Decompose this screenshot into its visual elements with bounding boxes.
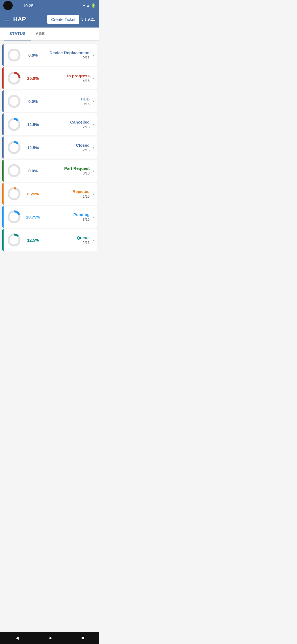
signal-icon: ▲ [86,3,90,8]
percentage-queue: 12.5% [25,238,41,242]
item-info-hub: HUB 0/16 [41,97,91,106]
donut-chart-pending [6,209,22,225]
percentage-pending: 18.75% [25,215,41,219]
list-item-device-replacement[interactable]: 0.0% Device Replacement 0/16 › [2,44,97,66]
item-count-hub: 0/16 [83,102,90,106]
svg-point-9 [9,188,20,199]
chevron-right-icon-part-request: › [92,168,94,174]
donut-chart-cancelled [6,117,22,132]
chevron-right-icon-queue: › [92,237,94,243]
donut-chart-hub [6,94,22,109]
avatar [3,1,13,10]
donut-chart-closed [6,140,22,155]
donut-chart-in-progress [6,70,22,86]
item-title-part-request: Part Request [64,166,90,171]
item-title-queue: Queue [77,235,90,240]
create-ticket-button[interactable]: Create Ticket [47,15,79,24]
tab-age[interactable]: AGE [31,28,50,40]
chevron-right-icon-closed: › [92,145,94,151]
item-title-closed: Closed [76,143,90,148]
status-list: 0.0% Device Replacement 0/16 › 25.0% In … [0,42,99,253]
list-item-hub[interactable]: 0.0% HUB 0/16 › [2,90,97,112]
list-item-queue[interactable]: 12.5% Queue 2/16 › [2,229,97,251]
battery-icon: 🔋 [91,3,96,8]
percentage-device-replacement: 0.0% [25,53,41,58]
donut-chart-queue [6,232,22,248]
item-info-closed: Closed 2/16 [41,143,91,152]
percentage-part-request: 0.0% [25,168,41,173]
item-info-queue: Queue 2/16 [41,235,91,245]
item-count-device-replacement: 0/16 [83,56,90,60]
item-info-part-request: Part Request 0/16 [41,166,91,175]
tab-status[interactable]: STATUS [4,28,31,40]
donut-chart-rejected [6,186,22,201]
item-title-hub: HUB [81,97,90,101]
item-title-device-replacement: Device Replacement [50,50,90,55]
status-time: 10:25 [23,3,34,8]
tab-bar: STATUS AGE [0,28,99,41]
version-label: v 1.9.21 [81,17,95,21]
item-count-pending: 3/16 [83,217,90,222]
top-bar: ☰ HAP Create Ticket v 1.9.21 [0,11,99,28]
item-info-device-replacement: Device Replacement 0/16 [41,50,91,60]
status-bar: 10:25 ▾ ▲ 🔋 [0,0,99,11]
chevron-right-icon-pending: › [92,214,94,220]
percentage-hub: 0.0% [25,99,41,104]
chevron-right-icon-cancelled: › [92,122,94,127]
list-item-pending[interactable]: 18.75% Pending 3/16 › [2,206,97,228]
svg-point-0 [9,50,20,61]
app-title: HAP [13,16,47,23]
item-count-in-progress: 4/16 [83,79,90,83]
list-item-rejected[interactable]: 6.25% Rejected 1/16 › [2,183,97,205]
item-title-in-progress: In progress [67,73,90,78]
percentage-closed: 12.5% [25,145,41,150]
menu-icon[interactable]: ☰ [4,16,9,23]
item-count-queue: 2/16 [83,241,90,245]
chevron-right-icon-hub: › [92,99,94,104]
chevron-right-icon-rejected: › [92,191,94,197]
chevron-right-icon-in-progress: › [92,75,94,81]
item-info-pending: Pending 3/16 [41,212,91,222]
item-count-rejected: 1/16 [83,194,90,198]
donut-chart-part-request [6,163,22,178]
percentage-rejected: 6.25% [25,192,41,196]
item-count-part-request: 0/16 [83,171,90,175]
list-item-closed[interactable]: 12.5% Closed 2/16 › [2,137,97,159]
item-title-pending: Pending [73,212,90,217]
svg-point-3 [9,96,20,107]
svg-point-8 [9,165,20,176]
status-icons: ▾ ▲ 🔋 [83,3,96,8]
list-item-part-request[interactable]: 0.0% Part Request 0/16 › [2,160,97,182]
list-item-in-progress[interactable]: 25.0% In progress 4/16 › [2,67,97,89]
percentage-cancelled: 12.5% [25,122,41,127]
percentage-in-progress: 25.0% [25,76,41,81]
item-info-rejected: Rejected 1/16 [41,189,91,198]
donut-chart-device-replacement [6,47,22,63]
list-item-cancelled[interactable]: 12.5% Cancelled 2/16 › [2,113,97,135]
item-info-cancelled: Cancelled 2/16 [41,120,91,129]
item-count-closed: 2/16 [83,148,90,152]
wifi-icon: ▾ [83,3,85,8]
item-title-cancelled: Cancelled [70,120,90,124]
chevron-right-icon-device-replacement: › [92,52,94,58]
item-title-rejected: Rejected [72,189,90,194]
item-info-in-progress: In progress 4/16 [41,73,91,83]
item-count-cancelled: 2/16 [83,125,90,129]
